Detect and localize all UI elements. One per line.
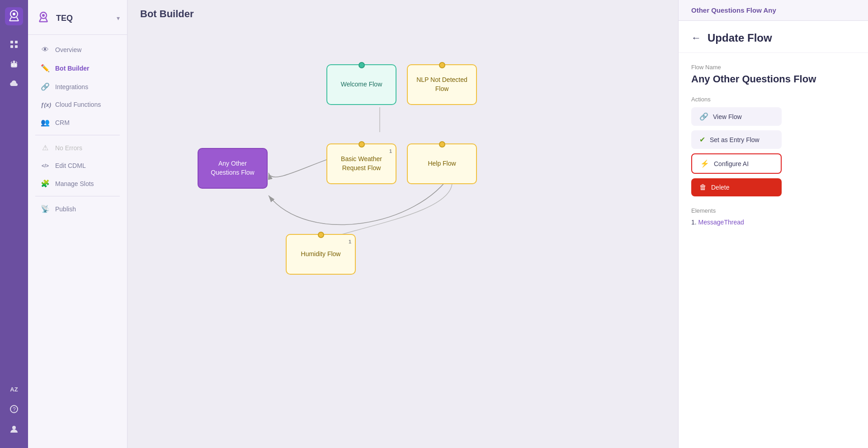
- nlp-flow-label: NLP Not Detected Flow: [413, 76, 471, 93]
- sidebar-item-manage-slots-label: Manage Slots: [55, 180, 94, 187]
- nlp-connector: [439, 62, 445, 68]
- humidity-number: 1: [349, 238, 351, 245]
- crm-icon: 👥: [41, 118, 50, 127]
- welcome-flow-node[interactable]: Welcome Flow: [326, 64, 396, 105]
- sidebar-item-publish-label: Publish: [55, 205, 76, 213]
- grid-icon[interactable]: [6, 36, 22, 52]
- sidebar-item-edit-cdml[interactable]: </> Edit CDML: [32, 157, 123, 174]
- flow-name-value: Any Other Questions Flow: [691, 73, 855, 85]
- view-flow-icon: 🔗: [699, 112, 708, 121]
- humidity-flow-node[interactable]: 1 Humidity Flow: [286, 234, 356, 275]
- welcome-flow-connector: [359, 62, 365, 68]
- sidebar-item-bot-builder-label: Bot Builder: [55, 65, 89, 72]
- overview-icon: 👁: [41, 46, 50, 54]
- svg-rect-13: [13, 61, 15, 63]
- checkmark-icon: ✔: [699, 135, 705, 144]
- slots-icon: 🧩: [41, 179, 50, 188]
- set-entry-flow-button[interactable]: ✔ Set as Entry Flow: [691, 130, 782, 149]
- basic-weather-node[interactable]: 1 Basic Weather Request Flow: [326, 143, 396, 184]
- sidebar-header: TEQ ▾: [28, 0, 127, 35]
- nlp-not-detected-node[interactable]: NLP Not Detected Flow: [407, 64, 477, 105]
- canvas-connections: [127, 28, 678, 447]
- sidebar-brand-text: TEQ: [56, 14, 73, 23]
- elements-section: Elements 1. MessageThread: [691, 207, 855, 226]
- basic-weather-label: Basic Weather Request Flow: [333, 155, 390, 172]
- sidebar: TEQ ▾ 👁 Overview ✏️ Bot Builder 🔗 Integr…: [28, 0, 127, 448]
- sidebar-item-no-errors[interactable]: ⚠ No Errors: [32, 139, 123, 157]
- svg-line-15: [16, 62, 17, 63]
- sidebar-item-cloud-functions-label: Cloud Functions: [55, 101, 101, 108]
- basic-weather-number: 1: [389, 148, 392, 155]
- svg-point-11: [12, 64, 14, 66]
- delete-button[interactable]: 🗑 Delete: [691, 178, 782, 196]
- help-flow-label: Help Flow: [428, 159, 456, 168]
- basic-weather-connector: [359, 141, 365, 148]
- cloud-functions-icon: ƒ(x): [41, 101, 50, 108]
- welcome-flow-label: Welcome Flow: [341, 80, 382, 89]
- sidebar-item-edit-cdml-label: Edit CDML: [55, 162, 86, 169]
- sidebar-item-crm[interactable]: 👥 CRM: [32, 114, 123, 131]
- canvas-area[interactable]: Welcome Flow NLP Not Detected Flow Any O…: [127, 28, 678, 447]
- right-panel: Other Questions Flow Any ← Update Flow F…: [678, 0, 868, 448]
- any-other-questions-node[interactable]: Any Other Questions Flow: [198, 148, 268, 189]
- help-connector: [439, 141, 445, 148]
- canvas-title: Bot Builder: [127, 0, 678, 28]
- right-panel-title: Update Flow: [708, 32, 772, 44]
- lightning-icon: ⚡: [700, 159, 709, 168]
- icon-bar: AZ ?: [0, 0, 28, 448]
- sidebar-item-cloud-functions[interactable]: ƒ(x) Cloud Functions: [32, 96, 123, 113]
- svg-rect-9: [15, 45, 18, 48]
- humidity-flow-label: Humidity Flow: [301, 250, 341, 259]
- sidebar-item-overview-label: Overview: [55, 46, 81, 53]
- svg-point-2: [13, 13, 15, 15]
- svg-text:?: ?: [13, 406, 16, 413]
- bot-builder-icon: ✏️: [41, 64, 50, 72]
- actions-label: Actions: [691, 96, 855, 103]
- warning-icon: ⚠: [41, 143, 50, 152]
- svg-rect-7: [15, 41, 18, 43]
- trash-icon: 🗑: [699, 183, 707, 191]
- view-flow-button[interactable]: 🔗 View Flow: [691, 107, 782, 126]
- svg-rect-8: [10, 45, 13, 48]
- flow-name-label: Flow Name: [691, 64, 855, 71]
- svg-point-18: [12, 426, 16, 429]
- main-canvas: Bot Builder Welcome Flow NLP N: [127, 0, 678, 448]
- cloud-icon[interactable]: [6, 76, 22, 92]
- panel-other-questions-bar: Other Questions Flow Any: [679, 0, 868, 21]
- sidebar-nav: 👁 Overview ✏️ Bot Builder 🔗 Integrations…: [28, 35, 127, 224]
- sidebar-item-integrations[interactable]: 🔗 Integrations: [32, 78, 123, 95]
- integrations-icon: 🔗: [41, 82, 50, 91]
- configure-ai-label: Configure AI: [714, 160, 749, 167]
- view-flow-label: View Flow: [713, 113, 742, 120]
- configure-ai-button[interactable]: ⚡ Configure AI: [691, 153, 782, 174]
- panel-top-label: Other Questions Flow Any: [691, 6, 776, 14]
- svg-line-14: [11, 62, 12, 63]
- set-entry-flow-label: Set as Entry Flow: [710, 136, 760, 143]
- element-link-1[interactable]: MessageThread: [698, 219, 744, 226]
- sidebar-item-bot-builder[interactable]: ✏️ Bot Builder: [32, 59, 123, 77]
- cdml-icon: </>: [41, 163, 50, 168]
- svg-rect-6: [10, 41, 13, 43]
- translate-icon[interactable]: AZ: [6, 381, 22, 397]
- elements-label: Elements: [691, 207, 855, 214]
- sidebar-item-manage-slots[interactable]: 🧩 Manage Slots: [32, 175, 123, 192]
- sidebar-dropdown-icon[interactable]: ▾: [117, 14, 120, 22]
- svg-point-12: [14, 64, 16, 66]
- delete-label: Delete: [711, 184, 729, 191]
- element-item-1: 1. MessageThread: [691, 219, 855, 226]
- any-other-questions-label: Any Other Questions Flow: [204, 159, 261, 177]
- sidebar-item-overview[interactable]: 👁 Overview: [32, 41, 123, 58]
- element-index: 1: [691, 219, 695, 226]
- help-flow-node[interactable]: Help Flow: [407, 143, 477, 184]
- bot-icon[interactable]: [6, 56, 22, 72]
- help-icon[interactable]: ?: [6, 401, 22, 417]
- user-icon[interactable]: [6, 421, 22, 437]
- sidebar-item-publish[interactable]: 📡 Publish: [32, 200, 123, 218]
- sidebar-divider-2: [35, 196, 120, 196]
- back-arrow-button[interactable]: ←: [691, 32, 701, 44]
- sidebar-item-integrations-label: Integrations: [55, 83, 88, 91]
- sidebar-divider-1: [35, 135, 120, 135]
- publish-icon: 📡: [41, 205, 50, 213]
- sidebar-item-no-errors-label: No Errors: [55, 144, 82, 152]
- humidity-connector: [318, 232, 324, 238]
